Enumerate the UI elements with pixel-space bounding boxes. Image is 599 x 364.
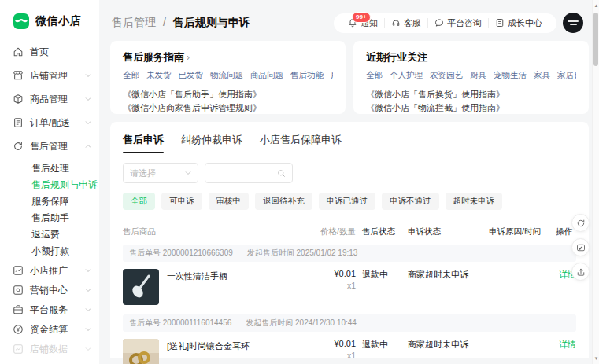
vertical-scrollbar[interactable]: ▲ ▼ — [592, 0, 599, 364]
quantity: x1 — [320, 351, 356, 360]
pill-appeal-expired[interactable]: 超时未申诉 — [446, 193, 503, 210]
app-logo[interactable]: 微信小店 — [13, 13, 99, 30]
order-no-label: 售后单号 — [129, 248, 161, 257]
sidebar-item-goods[interactable]: 商品管理 — [13, 91, 99, 107]
account-avatar[interactable] — [563, 13, 583, 33]
submenu-item-return-freight[interactable]: 退运费 — [13, 226, 99, 243]
chevron-down-icon — [85, 326, 91, 333]
trend-chart-icon — [13, 265, 24, 276]
sidebar-item-aftersales[interactable]: 售后管理 — [13, 138, 99, 154]
product-thumbnail — [123, 339, 159, 364]
tab-store-guarantee-appeal[interactable]: 小店售后保障申诉 — [260, 133, 342, 153]
tag-link[interactable]: 用户反馈 — [331, 70, 333, 81]
order-no-label: 售后单号 — [129, 318, 161, 327]
sidebar-item-shop-data[interactable]: 店铺数据 — [13, 341, 99, 357]
tag-link[interactable]: 家居日用 — [557, 70, 576, 81]
pill-appealable[interactable]: 可申诉 — [161, 193, 202, 210]
tag-link[interactable]: 全部 — [366, 70, 383, 81]
appeal-tabs: 售后申诉 纠纷仲裁申诉 小店售后保障申诉 — [123, 133, 576, 153]
refresh-button[interactable] — [571, 214, 590, 232]
pill-returned-pending[interactable]: 退回待补充 — [255, 193, 312, 210]
sidebar-item-marketing[interactable]: 营销中心 — [13, 282, 99, 298]
appeals-panel: 售后申诉 纠纷仲裁申诉 小店售后保障申诉 请选择 全部 可申诉 审核中 退回待补… — [110, 122, 589, 358]
tag-link[interactable]: 家具 — [534, 70, 550, 81]
app-title: 微信小店 — [35, 14, 81, 28]
search-input[interactable] — [205, 163, 293, 183]
sidebar-item-platform-services[interactable]: 平台服务 — [13, 302, 99, 318]
scroll-down-arrow-icon[interactable]: ▼ — [593, 355, 599, 362]
headset-icon — [391, 18, 401, 28]
tag-link[interactable]: 未发货 — [146, 70, 172, 81]
customer-service-button[interactable]: 客服 — [385, 17, 427, 29]
tag-link[interactable]: 宠物生活 — [494, 70, 527, 81]
sidebar-item-label: 店铺数据 — [30, 343, 68, 356]
sidebar-item-funds[interactable]: 资金结算 — [13, 322, 99, 337]
guide-card-title-link[interactable]: 售后服务指南 › — [123, 50, 333, 64]
table-header: 售后商品 价格/数量 售后状态 申诉状态 申诉原因/时间 操作 — [123, 221, 576, 243]
scrollbar-thumb[interactable] — [593, 13, 598, 66]
sidebar-item-promotion[interactable]: 小店推广 — [13, 263, 99, 278]
sidebar-item-label: 小店推广 — [30, 264, 68, 278]
sidebar-item-shop[interactable]: 店铺管理 — [13, 68, 99, 83]
chevron-right-icon: › — [187, 52, 190, 63]
sidebar-item-home[interactable]: 首页 — [13, 44, 99, 60]
chevron-down-icon — [185, 170, 191, 176]
growth-center-button[interactable]: 成长中心 — [489, 17, 549, 29]
industry-card-links: 《微信小店「售后换货」使用指南》 《微信小店「物流拦截」使用指南》 《微信小店「… — [366, 88, 576, 114]
doc-link[interactable]: 《微信小店「物流拦截」使用指南》 — [366, 101, 576, 114]
tag-link[interactable]: 商品问题 — [250, 70, 283, 81]
chevron-down-icon — [85, 307, 91, 313]
submenu-item-service-guarantee[interactable]: 服务保障 — [13, 193, 99, 210]
pill-appeal-passed[interactable]: 申诉已通过 — [319, 193, 376, 210]
aftersales-refresh-icon — [13, 141, 24, 152]
tab-dispute-arbitration-appeal[interactable]: 纠纷仲裁申诉 — [181, 133, 242, 153]
scroll-up-arrow-icon[interactable]: ▲ — [593, 2, 599, 9]
sidebar: 微信小店 首页 店铺管理 商品管理 订单/配送 — [0, 0, 99, 364]
detail-link[interactable]: 详情 — [549, 339, 576, 351]
guide-card-title: 售后服务指南 — [123, 50, 184, 64]
col-aftersale-status: 售后状态 — [356, 226, 401, 237]
doc-link[interactable]: 《微信小店「售后换货」使用指南》 — [366, 88, 576, 101]
notification-badge: 99+ — [352, 12, 371, 23]
submenu-item-aftersale-assistant[interactable]: 售后助手 — [13, 210, 99, 226]
order-no-value: 2000001116014456 — [163, 318, 232, 327]
doc-link[interactable]: 《微信小店「售后助手」使用指南》 — [123, 88, 333, 101]
floating-toolbar — [571, 214, 590, 281]
platform-consult-button[interactable]: 平台咨询 — [428, 17, 488, 29]
refresh-icon — [576, 219, 586, 228]
product-name[interactable]: 一次性清洁手柄 — [167, 269, 227, 282]
breadcrumb-parent[interactable]: 售后管理 — [112, 16, 156, 28]
pill-appeal-rejected[interactable]: 申诉不通过 — [382, 193, 439, 210]
export-button[interactable] — [571, 263, 590, 281]
tag-link[interactable]: 厨具 — [470, 70, 486, 81]
topbar: 售后管理 / 售后规则与申诉 通知 99+ 客服 — [99, 0, 599, 41]
product-name[interactable]: [送礼]时尚镶合金耳环 — [167, 339, 250, 352]
filter-select[interactable]: 请选择 — [123, 163, 198, 183]
feedback-pencil-icon — [576, 243, 586, 252]
topbar-pill: 通知 99+ 客服 平台咨询 — [334, 13, 556, 33]
quantity: x1 — [320, 281, 356, 290]
feedback-button[interactable] — [571, 238, 590, 256]
sidebar-item-preferred-alliance[interactable]: 优选联盟 — [13, 361, 99, 364]
doc-link[interactable]: 《微信小店商家售后申诉管理规则》 — [123, 101, 333, 114]
aftersales-submenu: 售后处理 售后规则与申诉 服务保障 售后助手 退运费 小额打款 — [13, 160, 99, 259]
yuan-coin-icon — [13, 324, 24, 335]
tag-link[interactable]: 农资园艺 — [430, 70, 463, 81]
tag-link[interactable]: 物流问题 — [210, 70, 243, 81]
pill-all[interactable]: 全部 — [123, 193, 155, 210]
submenu-item-rules-appeals[interactable]: 售后规则与申诉 — [13, 177, 99, 193]
table-row: [送礼]时尚镶合金耳环 ¥0.01 x1 退款中 商家超时未申诉 详情 — [123, 332, 576, 364]
tag-link[interactable]: 个人护理 — [390, 70, 423, 81]
notifications-button[interactable]: 通知 99+ — [342, 17, 384, 29]
tag-link[interactable]: 全部 — [123, 70, 139, 81]
tag-link[interactable]: 售后功能 — [290, 70, 324, 81]
pill-under-review[interactable]: 审核中 — [209, 193, 250, 210]
sidebar-item-orders[interactable]: 订单/配送 — [13, 115, 99, 131]
submenu-item-aftersale-handling[interactable]: 售后处理 — [13, 160, 99, 177]
info-cards: 售后服务指南 › 全部 未发货 已发货 物流问题 商品问题 售后功能 用户反馈 … — [99, 41, 599, 114]
tag-link[interactable]: 已发货 — [179, 70, 204, 81]
customer-service-label: 客服 — [404, 17, 421, 29]
submenu-item-small-payment[interactable]: 小额打款 — [13, 243, 99, 259]
tab-aftersale-appeal[interactable]: 售后申诉 — [123, 133, 164, 153]
col-appeal-status: 申诉状态 — [401, 226, 483, 237]
